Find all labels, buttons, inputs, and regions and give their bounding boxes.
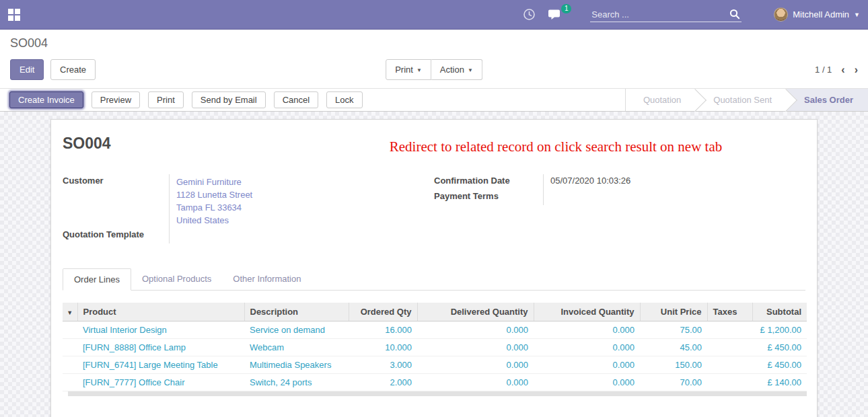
customer-address-line: 1128 Lunetta Street bbox=[176, 188, 434, 201]
field-customer: Customer Gemini Furniture 1128 Lunetta S… bbox=[63, 174, 434, 228]
search-input[interactable] bbox=[591, 9, 729, 20]
cell-delivered-qty[interactable]: 0.000 bbox=[417, 356, 534, 373]
order-lines-table: ▼ Product Description Ordered Qty Delive… bbox=[63, 303, 807, 391]
cell-subtotal[interactable]: £ 450.00 bbox=[752, 356, 807, 373]
cell-invoiced-qty[interactable]: 0.000 bbox=[534, 321, 640, 338]
action-dropdown-button[interactable]: Action▼ bbox=[431, 59, 482, 80]
cell-taxes[interactable] bbox=[707, 338, 752, 356]
cell-description[interactable]: Webcam bbox=[244, 338, 349, 356]
col-taxes[interactable]: Taxes bbox=[707, 303, 752, 321]
cell-taxes[interactable] bbox=[707, 321, 752, 338]
cell-ordered-qty[interactable]: 16.000 bbox=[349, 321, 417, 338]
col-subtotal[interactable]: Subtotal bbox=[752, 303, 807, 321]
status-steps: Quotation Quotation Sent Sales Order bbox=[625, 89, 868, 111]
top-navbar: 1 Mitchell Admin ▼ bbox=[0, 0, 868, 30]
cell-invoiced-qty[interactable]: 0.000 bbox=[534, 338, 640, 356]
chevron-down-icon: ▼ bbox=[468, 67, 473, 73]
print-dropdown-button[interactable]: Print▼ bbox=[386, 59, 431, 80]
payment-terms-value bbox=[543, 190, 805, 205]
field-quotation-template: Quotation Template bbox=[63, 228, 434, 243]
activities-clock-icon[interactable] bbox=[523, 8, 536, 21]
cell-product[interactable]: [FURN_6741] Large Meeting Table bbox=[77, 356, 244, 373]
messages-icon[interactable]: 1 bbox=[548, 9, 563, 21]
field-col-left: Customer Gemini Furniture 1128 Lunetta S… bbox=[63, 174, 434, 243]
confirmation-date-label: Confirmation Date bbox=[434, 174, 543, 190]
control-panel: SO004 Edit Create Print▼ Action▼ 1 / 1 ‹… bbox=[0, 30, 868, 88]
cp-center-buttons: Print▼ Action▼ bbox=[386, 59, 482, 80]
col-ordered-qty[interactable]: Ordered Qty bbox=[349, 303, 417, 321]
notebook-tabs: Order Lines Optional Products Other Info… bbox=[63, 268, 805, 291]
field-area: Customer Gemini Furniture 1128 Lunetta S… bbox=[63, 174, 805, 243]
lock-button[interactable]: Lock bbox=[326, 91, 362, 108]
status-step-quotation-sent[interactable]: Quotation Sent bbox=[696, 89, 787, 111]
edit-button[interactable]: Edit bbox=[10, 59, 44, 80]
col-invoiced-quantity[interactable]: Invoiced Quantity bbox=[534, 303, 640, 321]
cell-product[interactable]: Virtual Interior Design bbox=[77, 321, 244, 338]
user-avatar bbox=[774, 7, 788, 22]
cell-ordered-qty[interactable]: 3.000 bbox=[349, 356, 417, 373]
table-scrollbar-track[interactable] bbox=[68, 391, 807, 396]
tab-other-information[interactable]: Other Information bbox=[222, 268, 312, 291]
cell-description[interactable]: Service on demand bbox=[244, 321, 349, 338]
cell-unit-price[interactable]: 150.00 bbox=[640, 356, 707, 373]
cell-subtotal[interactable]: £ 450.00 bbox=[752, 338, 807, 356]
cell-product[interactable]: [FURN_8888] Office Lamp bbox=[77, 338, 244, 356]
cell-unit-price[interactable]: 45.00 bbox=[640, 338, 707, 356]
cell-taxes[interactable] bbox=[707, 356, 752, 373]
user-name: Mitchell Admin bbox=[793, 9, 849, 20]
user-menu[interactable]: Mitchell Admin ▼ bbox=[774, 7, 860, 22]
field-confirmation-date: Confirmation Date 05/07/2020 10:03:26 bbox=[434, 174, 805, 190]
cell-unit-price[interactable]: 70.00 bbox=[640, 373, 707, 391]
cell-invoiced-qty[interactable]: 0.000 bbox=[534, 356, 640, 373]
table-row[interactable]: [FURN_6741] Large Meeting Table Multimed… bbox=[63, 356, 807, 373]
status-step-quotation[interactable]: Quotation bbox=[626, 89, 696, 111]
cell-description[interactable]: Multimedia Speakers bbox=[244, 356, 349, 373]
cell-taxes[interactable] bbox=[707, 373, 752, 391]
table-row[interactable]: [FURN_7777] Office Chair Switch, 24 port… bbox=[63, 373, 807, 391]
tab-optional-products[interactable]: Optional Products bbox=[131, 268, 222, 291]
pager-next-icon[interactable]: › bbox=[855, 65, 858, 75]
col-unit-price[interactable]: Unit Price bbox=[640, 303, 707, 321]
customer-label: Customer bbox=[63, 174, 169, 228]
col-delivered-quantity[interactable]: Delivered Quantity bbox=[417, 303, 534, 321]
global-search bbox=[590, 7, 742, 22]
confirmation-date-value: 05/07/2020 10:03:26 bbox=[543, 174, 805, 190]
field-col-right: Confirmation Date 05/07/2020 10:03:26 Pa… bbox=[434, 174, 805, 243]
cp-left-buttons: Edit Create bbox=[10, 59, 96, 80]
preview-button[interactable]: Preview bbox=[92, 91, 140, 108]
status-step-sales-order[interactable]: Sales Order bbox=[787, 89, 868, 111]
cell-product[interactable]: [FURN_7777] Office Chair bbox=[77, 373, 244, 391]
statusbar-buttons: Create Invoice Preview Print Send by Ema… bbox=[0, 89, 363, 111]
col-description[interactable]: Description bbox=[244, 303, 349, 321]
chevron-down-icon: ▼ bbox=[854, 11, 860, 18]
cell-delivered-qty[interactable]: 0.000 bbox=[417, 373, 534, 391]
cell-ordered-qty[interactable]: 2.000 bbox=[349, 373, 417, 391]
list-fold-caret-icon[interactable]: ▼ bbox=[63, 303, 77, 321]
cell-delivered-qty[interactable]: 0.000 bbox=[417, 338, 534, 356]
customer-link[interactable]: Gemini Furniture bbox=[176, 177, 242, 187]
apps-menu-icon[interactable] bbox=[8, 9, 20, 20]
cell-description[interactable]: Switch, 24 ports bbox=[244, 373, 349, 391]
quotation-template-value bbox=[169, 228, 434, 243]
col-product[interactable]: Product bbox=[77, 303, 244, 321]
form-view-background: SO004 Redirect to related record on clic… bbox=[0, 112, 868, 417]
cell-unit-price[interactable]: 75.00 bbox=[640, 321, 707, 338]
cell-subtotal[interactable]: £ 140.00 bbox=[752, 373, 807, 391]
statusbar: Create Invoice Preview Print Send by Ema… bbox=[0, 88, 868, 112]
tab-order-lines[interactable]: Order Lines bbox=[63, 268, 131, 291]
send-by-email-button[interactable]: Send by Email bbox=[192, 91, 266, 108]
print-button[interactable]: Print bbox=[148, 91, 184, 108]
table-row[interactable]: Virtual Interior Design Service on deman… bbox=[63, 321, 807, 338]
create-invoice-button[interactable]: Create Invoice bbox=[9, 91, 83, 108]
cell-subtotal[interactable]: £ 1,200.00 bbox=[752, 321, 807, 338]
create-button[interactable]: Create bbox=[50, 59, 96, 80]
pager-previous-icon[interactable]: ‹ bbox=[841, 65, 844, 75]
messages-count-badge: 1 bbox=[561, 4, 571, 13]
cancel-button[interactable]: Cancel bbox=[274, 91, 318, 108]
search-icon[interactable] bbox=[729, 9, 740, 20]
table-row[interactable]: [FURN_8888] Office Lamp Webcam 10.000 0.… bbox=[63, 338, 807, 356]
annotation-text: Redirect to related record on click sear… bbox=[320, 139, 791, 155]
cell-delivered-qty[interactable]: 0.000 bbox=[417, 321, 534, 338]
cell-invoiced-qty[interactable]: 0.000 bbox=[534, 373, 640, 391]
cell-ordered-qty[interactable]: 10.000 bbox=[349, 338, 417, 356]
